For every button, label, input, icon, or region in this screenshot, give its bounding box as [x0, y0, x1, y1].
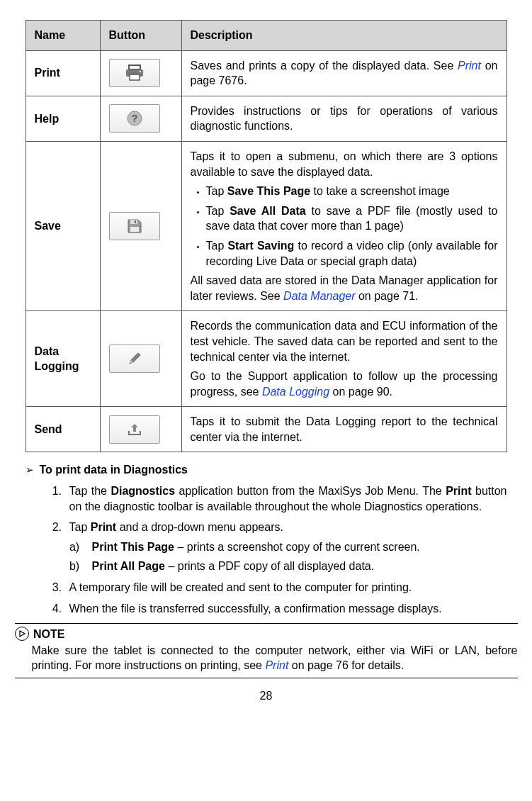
svg-text:?: ? — [131, 113, 137, 124]
bold: Print All Page — [92, 560, 165, 572]
cell-desc-send: Taps it to submit the Data Logging repor… — [181, 407, 506, 452]
cell-button-help: ? — [100, 96, 181, 141]
bold: Print — [91, 521, 116, 533]
save-icon — [109, 212, 160, 240]
procedure-section: ➢To print data in Diagnostics Tap the Di… — [26, 462, 507, 616]
upload-icon — [109, 415, 160, 444]
text: on page 76 for details. — [288, 659, 404, 671]
link-data-logging[interactable]: Data Logging — [262, 386, 329, 398]
text: Records the communication data and ECU i… — [191, 318, 498, 364]
cell-button-data-logging — [100, 311, 181, 407]
link-print[interactable]: Print — [458, 60, 481, 72]
cell-button-save — [100, 141, 181, 310]
bold: Start Saving — [227, 240, 294, 252]
heading-text: To print data in Diagnostics — [40, 464, 188, 476]
text: Taps it to open a submenu, on which ther… — [191, 149, 498, 179]
cell-name-print: Print — [26, 50, 100, 96]
svg-rect-2 — [130, 74, 140, 80]
text: on page 90. — [329, 386, 392, 398]
print-icon — [109, 59, 160, 87]
text: Tap — [206, 240, 228, 252]
procedure-heading: ➢To print data in Diagnostics — [26, 462, 507, 478]
row-print: Print Saves and prints a copy of the dis… — [26, 50, 506, 96]
cell-desc-help: Provides instructions or tips for operat… — [181, 96, 506, 141]
save-opt-3: Tap Start Saving to record a video clip … — [206, 238, 498, 269]
step-2b: Print All Page – prints a PDF copy of al… — [89, 559, 507, 574]
row-data-logging: Data Logging Records the communication d… — [26, 311, 506, 407]
step-2a: Print This Page – prints a screenshot co… — [89, 539, 507, 555]
cell-name-help: Help — [26, 96, 100, 141]
text: Tap — [69, 521, 91, 533]
row-help: Help ? Provides instructions or tips for… — [26, 96, 506, 141]
step-4: When the file is transferred successfull… — [65, 601, 507, 617]
bold: Save This Page — [227, 185, 310, 197]
text: and a drop-down menu appears. — [116, 521, 283, 533]
bold: Print — [446, 485, 471, 497]
col-header-name: Name — [26, 21, 100, 51]
pencil-icon — [109, 345, 160, 373]
text: on page 71. — [356, 290, 419, 302]
step-2: Tap Print and a drop-down menu appears. … — [65, 520, 507, 574]
text: – prints a PDF copy of all displayed dat… — [165, 560, 374, 572]
save-opt-2: Tap Save All Data to save a PDF file (mo… — [206, 203, 498, 234]
toolbar-button-reference-table: Name Button Description Print Saves and … — [26, 20, 507, 452]
svg-rect-0 — [129, 65, 140, 69]
bold: Diagnostics — [111, 485, 175, 497]
cell-desc-print: Saves and prints a copy of the displayed… — [181, 50, 506, 96]
help-icon: ? — [109, 104, 160, 133]
svg-rect-6 — [130, 220, 137, 224]
cell-desc-data-logging: Records the communication data and ECU i… — [181, 311, 506, 407]
cell-name-data-logging: Data Logging — [26, 311, 100, 407]
text: Taps it to submit the Data Logging repor… — [191, 414, 498, 444]
cell-name-send: Send — [26, 407, 100, 452]
link-print-note[interactable]: Print — [265, 659, 288, 671]
note-label: NOTE — [33, 628, 64, 640]
col-header-button: Button — [100, 21, 181, 51]
bold: Print This Page — [92, 541, 174, 553]
triangle-bullet-icon: ➢ — [26, 464, 34, 478]
text: Provides instructions or tips for operat… — [191, 103, 498, 134]
text: application button from the MaxiSys Job … — [175, 485, 446, 497]
text: – prints a screenshot copy of the curren… — [174, 541, 420, 553]
text: to take a screenshot image — [310, 185, 450, 197]
step-1: Tap the Diagnostics application button f… — [65, 483, 507, 514]
bold: Save All Data — [230, 205, 306, 217]
text: Tap — [206, 185, 227, 197]
row-save: Save Taps it to open a submenu, on which… — [26, 141, 506, 310]
note-icon — [15, 627, 29, 641]
note-body: Make sure the tablet is connected to the… — [32, 643, 518, 673]
link-data-manager[interactable]: Data Manager — [283, 290, 355, 302]
cell-button-send — [100, 407, 181, 452]
svg-rect-8 — [130, 227, 139, 232]
step-3: A temporary file will be created and sen… — [65, 580, 507, 595]
text: Saves and prints a copy of the displayed… — [191, 60, 458, 72]
note-box: NOTE Make sure the tablet is connected t… — [15, 623, 518, 678]
cell-name-save: Save — [26, 141, 100, 310]
row-send: Send Taps it to submit the Data Logging … — [26, 407, 506, 452]
page-number: 28 — [14, 688, 518, 704]
cell-button-print — [100, 50, 181, 96]
save-opt-1: Tap Save This Page to take a screenshot … — [206, 184, 498, 199]
cell-desc-save: Taps it to open a submenu, on which ther… — [181, 141, 506, 310]
col-header-description: Description — [181, 21, 506, 51]
svg-point-3 — [139, 71, 140, 72]
text: Tap the — [69, 485, 111, 497]
svg-rect-7 — [135, 220, 136, 223]
text: Tap — [206, 205, 230, 217]
